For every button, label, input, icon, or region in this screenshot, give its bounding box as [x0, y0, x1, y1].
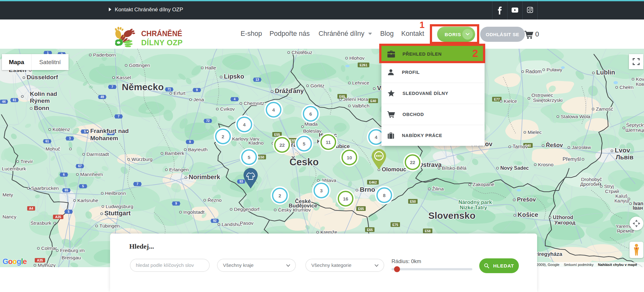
svg-text:9: 9 [175, 202, 177, 205]
svg-text:Кове: Кове [636, 81, 644, 87]
svg-text:Frankfurt nad: Frankfurt nad [90, 128, 129, 134]
svg-text:Chemnitz: Chemnitz [244, 101, 264, 106]
svg-text:9: 9 [189, 140, 191, 144]
svg-text:Řešov: Řešov [546, 142, 563, 148]
svg-text:Stuttgart: Stuttgart [104, 210, 131, 217]
svg-text:Chotěbuz: Chotěbuz [291, 50, 312, 55]
svg-text:Drážďany: Drážďany [275, 87, 304, 94]
svg-text:72: 72 [206, 119, 210, 123]
svg-text:Prešov: Prešov [517, 196, 536, 203]
svg-text:Bayreuth: Bayreuth [188, 147, 208, 152]
svg-text:E462: E462 [369, 180, 377, 184]
svg-text:Mety: Mety [3, 192, 13, 197]
svg-text:E55: E55 [274, 133, 280, 136]
svg-text:A35: A35 [55, 215, 61, 219]
svg-text:Nový Sadec: Nový Sadec [500, 165, 529, 171]
svg-text:61: 61 [45, 140, 49, 143]
svg-text:E50: E50 [258, 155, 264, 159]
svg-text:Brno: Brno [360, 186, 375, 193]
svg-text:E50: E50 [410, 200, 416, 203]
svg-text:Pasov: Pasov [240, 220, 253, 226]
svg-text:Darmstadt: Darmstadt [86, 152, 109, 157]
svg-text:Karlsruhe: Karlsruhe [77, 198, 98, 203]
svg-text:Tübingen: Tübingen [99, 223, 120, 229]
svg-text:Rýnem: Rýnem [30, 97, 50, 104]
svg-text:Mohuč: Mohuč [46, 146, 60, 152]
svg-text:93: 93 [239, 180, 243, 183]
svg-text:61: 61 [13, 98, 16, 102]
svg-text:Bonn: Bonn [34, 105, 49, 111]
svg-text:Český Krumlov: Český Krumlov [278, 207, 311, 212]
svg-text:13: 13 [255, 78, 259, 81]
svg-text:E65: E65 [367, 228, 373, 232]
svg-text:Ужгород: Ужгород [554, 220, 575, 225]
svg-text:4: 4 [234, 97, 236, 101]
svg-text:Kassel: Kassel [116, 75, 131, 80]
svg-text:Mielec: Mielec [528, 129, 542, 135]
svg-text:65: 65 [64, 189, 68, 192]
svg-text:Halle: Halle [205, 65, 216, 70]
svg-text:Žilina: Žilina [432, 186, 444, 191]
svg-text:Norimberk: Norimberk [189, 174, 220, 180]
svg-text:Lvov: Lvov [615, 146, 630, 154]
svg-text:7: 7 [111, 85, 113, 89]
svg-text:Řezno: Řezno [208, 197, 222, 203]
svg-text:Mlada: Mlada [304, 121, 318, 127]
svg-text:Colmar: Colmar [41, 245, 57, 251]
svg-text:5: 5 [68, 210, 69, 213]
svg-text:E58: E58 [425, 229, 431, 233]
svg-text:5: 5 [84, 130, 86, 133]
svg-text:E77: E77 [494, 97, 500, 101]
svg-text:Cvikov: Cvikov [220, 106, 235, 112]
svg-text:Stryj: Stryj [604, 184, 614, 189]
svg-text:Freiburg im: Freiburg im [60, 248, 85, 253]
svg-text:Jihlava: Jihlava [321, 178, 336, 183]
svg-text:Göttingen: Göttingen [129, 63, 150, 68]
svg-text:Іван: Іван [633, 205, 643, 211]
svg-text:Zakopané: Zakopané [473, 182, 494, 187]
svg-text:Kladno: Kladno [248, 140, 264, 146]
svg-text:Zamość: Zamość [596, 106, 613, 112]
svg-text:Калуш: Калуш [614, 198, 629, 203]
svg-text:9: 9 [196, 88, 198, 92]
svg-text:Jena: Jena [193, 97, 204, 102]
svg-text:Nancy: Nancy [3, 214, 16, 219]
svg-text:Hlohov: Hlohov [349, 55, 364, 61]
svg-text:Mannheim: Mannheim [80, 172, 103, 177]
svg-text:44: 44 [2, 100, 6, 103]
svg-text:A4: A4 [29, 207, 33, 210]
svg-text:3: 3 [69, 137, 71, 140]
svg-text:Nízke Tatry: Nízke Tatry [460, 205, 487, 210]
svg-text:Valbřich: Valbřich [352, 103, 369, 108]
svg-text:49: 49 [100, 95, 104, 99]
svg-text:Trevír: Trevír [20, 159, 33, 164]
svg-text:Bílsko-Bělá: Bílsko-Bělá [442, 165, 467, 171]
svg-text:67: 67 [78, 164, 82, 168]
svg-text:Görlitz: Görlitz [310, 83, 325, 88]
svg-text:Štrasburk: Štrasburk [31, 220, 52, 226]
svg-text:Saarbrücken: Saarbrücken [31, 185, 59, 191]
svg-text:Шептицький: Шептицький [625, 127, 644, 133]
svg-text:Stalowa Wola: Stalowa Wola [561, 114, 591, 119]
svg-text:Německo: Německo [122, 82, 164, 92]
svg-text:yíregyháza: yíregyháza [535, 251, 562, 257]
svg-text:Bamberk: Bamberk [165, 151, 184, 156]
svg-text:Lublin: Lublin [596, 69, 615, 76]
svg-text:Košice: Košice [518, 211, 538, 218]
svg-text:Lucemburk: Lucemburk [2, 166, 26, 171]
svg-text:7: 7 [136, 182, 138, 186]
svg-text:Ludwigsburg: Ludwigsburg [106, 204, 133, 209]
svg-text:Landshut: Landshut [222, 222, 242, 227]
svg-text:Česko: Česko [289, 156, 319, 168]
svg-text:Přemyšl: Přemyšl [563, 157, 581, 162]
svg-text:Mohanem: Mohanem [90, 135, 118, 141]
svg-text:Kove: Kove [636, 76, 644, 82]
svg-text:Slovensko: Slovensko [428, 210, 475, 221]
svg-text:Koblenz: Koblenz [53, 127, 70, 132]
svg-text:E261: E261 [360, 63, 368, 67]
svg-text:Paderborn: Paderborn [93, 52, 116, 58]
svg-text:71: 71 [167, 88, 171, 91]
svg-text:Puławy: Puławy [547, 67, 562, 72]
svg-text:5: 5 [82, 185, 84, 188]
svg-text:Radom: Radom [525, 69, 542, 74]
